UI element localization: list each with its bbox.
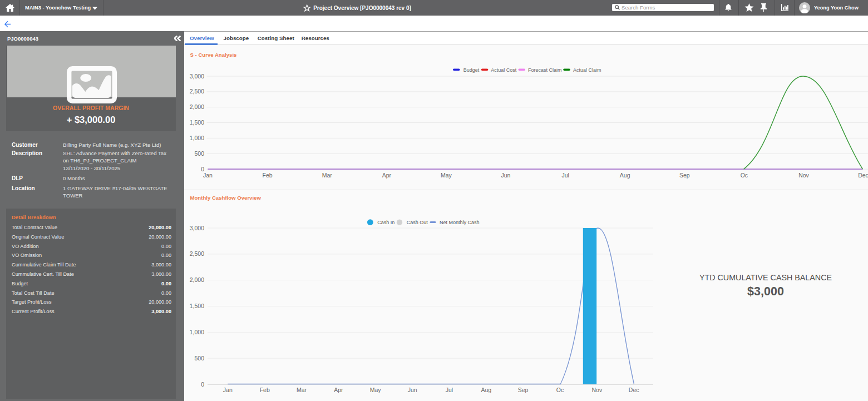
svg-text:Feb: Feb xyxy=(263,172,273,179)
svg-text:1,000: 1,000 xyxy=(190,135,204,141)
svg-text:Mar: Mar xyxy=(322,172,333,179)
svg-text:Nov: Nov xyxy=(591,387,602,393)
svg-text:Aug: Aug xyxy=(481,387,491,393)
svg-text:Actual Claim: Actual Claim xyxy=(573,67,601,73)
svg-text:Cash In: Cash In xyxy=(377,220,394,225)
svg-text:2,500: 2,500 xyxy=(190,88,204,95)
svg-text:Actual Cost: Actual Cost xyxy=(491,67,517,73)
svg-text:Sep: Sep xyxy=(679,172,690,179)
svg-text:2,000: 2,000 xyxy=(190,276,204,283)
svg-text:3,000: 3,000 xyxy=(190,225,204,231)
svg-text:Jan: Jan xyxy=(223,387,233,393)
svg-text:Net Monthly Cash: Net Monthly Cash xyxy=(440,220,480,225)
svg-text:2,500: 2,500 xyxy=(190,250,204,257)
svg-text:Jul: Jul xyxy=(446,387,453,393)
svg-text:Dec: Dec xyxy=(629,387,639,393)
svg-text:1,500: 1,500 xyxy=(190,303,204,309)
svg-text:1,000: 1,000 xyxy=(190,329,204,335)
svg-text:Jun: Jun xyxy=(408,387,417,393)
svg-text:Budget: Budget xyxy=(463,67,480,73)
svg-text:Feb: Feb xyxy=(260,387,270,393)
svg-text:Apr: Apr xyxy=(334,387,343,393)
svg-text:May: May xyxy=(370,387,382,393)
svg-text:0: 0 xyxy=(201,381,204,388)
svg-text:Forecast Claim: Forecast Claim xyxy=(528,67,562,73)
svg-text:Oc: Oc xyxy=(741,172,748,179)
svg-text:500: 500 xyxy=(194,150,204,157)
svg-text:Jun: Jun xyxy=(501,172,511,179)
svg-text:Apr: Apr xyxy=(382,172,392,179)
svg-text:Nov: Nov xyxy=(798,172,809,179)
svg-text:Mar: Mar xyxy=(297,387,307,393)
svg-text:Oc: Oc xyxy=(556,387,564,393)
svg-text:Cash Out: Cash Out xyxy=(407,220,428,225)
svg-text:Aug: Aug xyxy=(620,172,630,179)
svg-text:Sep: Sep xyxy=(518,387,529,393)
svg-text:3,000: 3,000 xyxy=(190,73,204,80)
svg-text:500: 500 xyxy=(194,355,204,362)
svg-text:May: May xyxy=(441,172,452,179)
svg-text:1,500: 1,500 xyxy=(190,119,204,126)
svg-text:0: 0 xyxy=(201,166,204,172)
svg-text:Dec: Dec xyxy=(858,172,868,179)
svg-text:Jul: Jul xyxy=(561,172,569,179)
svg-text:2,000: 2,000 xyxy=(190,103,204,110)
svg-text:Jan: Jan xyxy=(203,172,213,179)
